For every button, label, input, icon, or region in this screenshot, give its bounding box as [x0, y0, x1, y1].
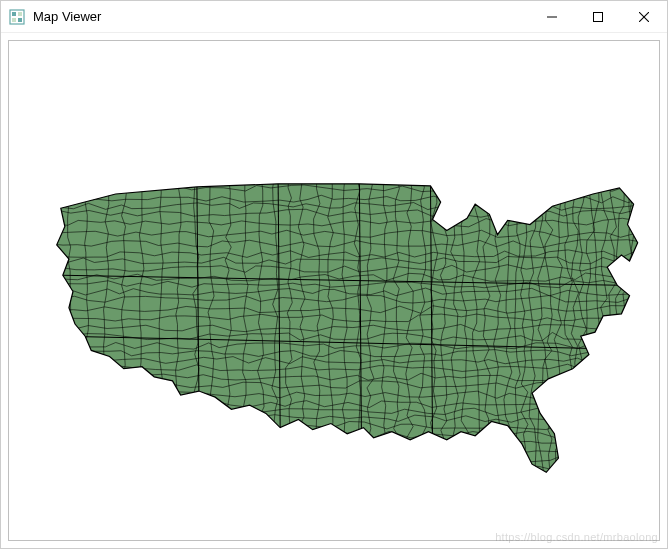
map-app-icon [9, 9, 25, 25]
close-icon [639, 12, 649, 22]
app-window: Map Viewer [0, 0, 668, 549]
client-area [1, 33, 667, 548]
map-frame[interactable] [8, 40, 660, 541]
titlebar[interactable]: Map Viewer [1, 1, 667, 33]
map-canvas [9, 41, 659, 540]
svg-rect-4 [18, 18, 22, 22]
maximize-icon [593, 12, 603, 22]
svg-rect-3 [12, 18, 16, 22]
svg-rect-6 [594, 12, 603, 21]
svg-rect-2 [18, 12, 22, 16]
maximize-button[interactable] [575, 1, 621, 33]
minimize-button[interactable] [529, 1, 575, 33]
close-button[interactable] [621, 1, 667, 33]
window-title: Map Viewer [33, 9, 101, 24]
minimize-icon [547, 12, 557, 22]
svg-rect-1 [12, 12, 16, 16]
